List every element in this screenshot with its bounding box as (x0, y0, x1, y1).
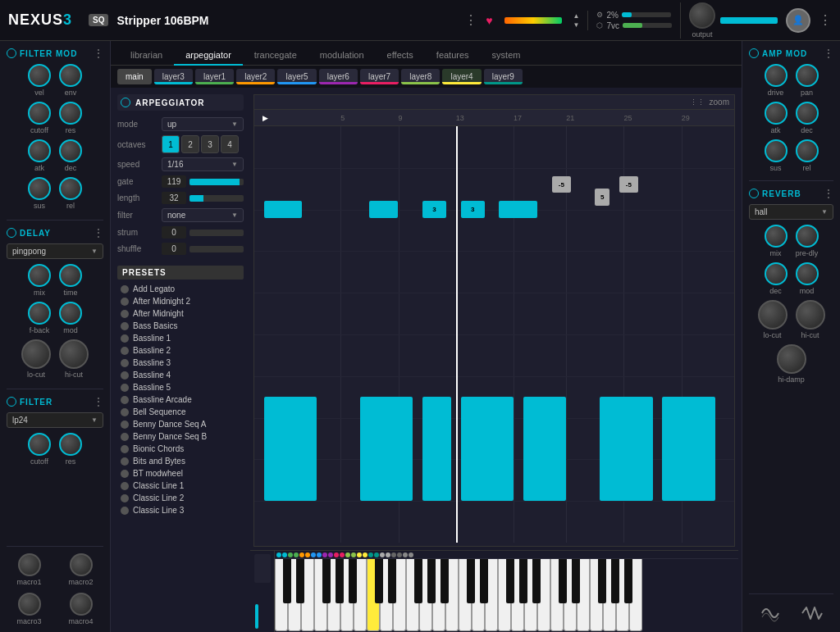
rev-dec-knob[interactable] (765, 262, 788, 285)
layer-tab-layer9[interactable]: layer9 (484, 69, 523, 84)
note-block[interactable]: -5 (552, 176, 571, 193)
note-block[interactable] (600, 397, 652, 501)
list-item[interactable]: Bassline 4 (117, 369, 244, 381)
tab-system[interactable]: system (481, 46, 532, 66)
preset-options-icon[interactable]: ⋮ (464, 12, 477, 28)
grid-canvas[interactable]: 3 3 -5 5 -5 (254, 126, 734, 543)
rev-mix-knob[interactable] (765, 225, 788, 248)
env-knob[interactable] (59, 64, 82, 87)
piano-black-key[interactable] (611, 559, 619, 603)
predly-knob[interactable] (796, 225, 819, 248)
global-options-icon[interactable]: ⋮ (819, 12, 832, 28)
list-item[interactable]: Bassline 3 (117, 357, 244, 369)
macro3-knob[interactable] (18, 593, 41, 616)
list-item[interactable]: Classic Line 1 (117, 480, 244, 492)
delay-options-icon[interactable]: ⋮ (94, 227, 103, 239)
arrow-controls[interactable]: ▲ ▼ (573, 12, 580, 29)
tab-librarian[interactable]: librarian (119, 46, 174, 66)
tab-features[interactable]: features (425, 46, 481, 66)
r-sus-knob[interactable] (765, 139, 788, 162)
piano-black-key[interactable] (624, 559, 632, 603)
list-item[interactable]: Bassline 2 (117, 344, 244, 357)
preset-name[interactable]: Stripper 106BPM (116, 14, 208, 27)
list-item[interactable]: Classic Line 3 (117, 504, 244, 516)
rev-locut-knob[interactable] (758, 300, 788, 330)
list-item[interactable]: After Midnight 2 (117, 295, 244, 307)
delay-mix-knob[interactable] (28, 264, 51, 287)
filter-options-icon[interactable]: ⋮ (94, 396, 103, 407)
shuffle-bar[interactable] (189, 246, 244, 252)
note-block[interactable]: -5 (619, 176, 638, 193)
waveform-icon[interactable] (800, 601, 824, 625)
piano-black-key[interactable] (375, 559, 383, 603)
delay-power[interactable] (7, 228, 16, 238)
note-block[interactable] (662, 397, 714, 501)
rev-hicut-knob[interactable] (796, 300, 825, 330)
note-block[interactable] (523, 397, 567, 501)
note-block[interactable] (369, 201, 398, 217)
piano-white-key[interactable] (367, 559, 380, 631)
filter-select[interactable]: none ▼ (162, 208, 244, 222)
filter-mod-power[interactable] (7, 48, 16, 58)
delay-time-knob[interactable] (59, 264, 82, 287)
piano-black-key[interactable] (349, 559, 357, 603)
note-block[interactable] (461, 397, 514, 501)
length-bar[interactable] (189, 195, 244, 202)
note-block[interactable] (360, 397, 413, 501)
macro4-knob[interactable] (70, 593, 93, 616)
layer-tab-layer5[interactable]: layer5 (277, 69, 316, 84)
lp24-dropdown[interactable]: lp24 ▼ (7, 412, 103, 428)
user-avatar[interactable]: 👤 (786, 8, 810, 33)
f-res-knob[interactable] (59, 433, 82, 456)
piano-black-key[interactable] (427, 559, 436, 603)
output-knob[interactable] (689, 2, 715, 29)
layer-tab-layer7[interactable]: layer7 (360, 69, 399, 84)
r-dec-knob[interactable] (796, 102, 819, 125)
reverb-options-icon[interactable]: ⋮ (824, 188, 833, 199)
strum-bar[interactable] (189, 230, 244, 236)
pan-knob[interactable] (796, 64, 819, 87)
piano-black-key[interactable] (598, 559, 606, 603)
list-item[interactable]: BT modwheel (117, 467, 244, 480)
layer-tab-layer2[interactable]: layer2 (236, 69, 275, 84)
amp-mod-options-icon[interactable]: ⋮ (824, 48, 833, 59)
arpeggiator-power[interactable] (121, 98, 130, 107)
sq-badge[interactable]: SQ (89, 14, 108, 26)
pingpong-dropdown[interactable]: pingpong ▼ (7, 243, 103, 259)
list-item[interactable]: Classic Line 2 (117, 492, 244, 504)
filter-power[interactable] (7, 397, 16, 407)
locut-knob[interactable] (21, 339, 51, 369)
list-item[interactable]: Bell Sequence (117, 406, 244, 418)
res-knob[interactable] (59, 102, 82, 125)
tab-trancegate[interactable]: trancegate (243, 46, 308, 66)
list-item[interactable]: Benny Dance Seq A (117, 418, 244, 430)
atk-knob[interactable] (28, 139, 51, 162)
tab-modulation[interactable]: modulation (308, 46, 376, 66)
speed-select[interactable]: 1/16 ▼ (162, 157, 244, 171)
fx-icon[interactable] (758, 601, 783, 625)
octave-3-btn[interactable]: 3 (201, 135, 219, 153)
piano-white-key[interactable] (275, 559, 288, 631)
piano-black-key[interactable] (296, 559, 304, 603)
note-block[interactable]: 5 (595, 189, 609, 205)
sus-knob[interactable] (28, 177, 51, 200)
note-block[interactable]: 3 (422, 201, 446, 217)
piano-white-key[interactable] (406, 559, 419, 631)
mod-knob[interactable] (59, 302, 82, 325)
note-block[interactable] (422, 397, 451, 501)
list-item[interactable]: Bass Basics (117, 320, 244, 332)
list-item[interactable]: After Midnight (117, 307, 244, 320)
piano-black-key[interactable] (519, 559, 527, 603)
cutoff-knob[interactable] (28, 102, 51, 125)
piano-black-key[interactable] (467, 559, 475, 603)
list-item[interactable]: Bionic Chords (117, 443, 244, 455)
list-item[interactable]: Add Legato (117, 283, 244, 295)
layer-tab-main[interactable]: main (117, 69, 152, 84)
layer-tab-layer6[interactable]: layer6 (319, 69, 358, 84)
list-item[interactable]: Bits and Bytes (117, 455, 244, 467)
macro2-knob[interactable] (70, 553, 93, 576)
piano-black-key[interactable] (559, 559, 567, 603)
piano-white-key[interactable] (498, 559, 511, 631)
mode-select[interactable]: up ▼ (162, 117, 244, 131)
octave-1-btn[interactable]: 1 (162, 135, 180, 153)
